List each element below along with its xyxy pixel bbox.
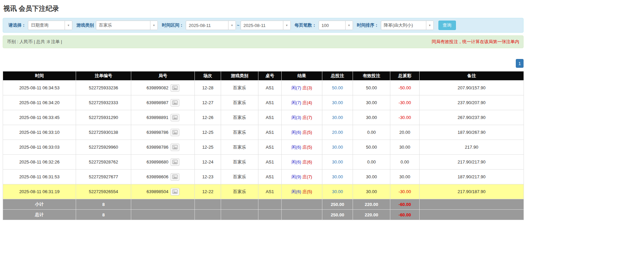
- payout-cell: -50.00: [390, 81, 420, 95]
- note-cell: 237.90/207.90: [420, 95, 524, 110]
- valid-bet-cell: 0.00: [353, 125, 390, 140]
- table-no-cell: AS1: [258, 125, 282, 140]
- total-bet-cell: 20.00: [322, 125, 353, 140]
- video-replay-button[interactable]: [171, 114, 179, 121]
- round-cell: 639898606: [131, 170, 195, 184]
- total-bet-link[interactable]: 30.00: [332, 189, 343, 194]
- round-cell: 639898987: [131, 95, 195, 110]
- video-replay-button[interactable]: [171, 158, 179, 166]
- table-no-cell: AS1: [258, 140, 282, 155]
- search-button[interactable]: 查询: [438, 21, 456, 30]
- video-replay-button[interactable]: [171, 173, 179, 181]
- page: 视讯 会员下注纪录 请选择： 日期查询 ▼ 游戏类别 百家乐 ▼ 时间区间： 2…: [0, 0, 526, 220]
- video-replay-button[interactable]: [171, 188, 179, 195]
- bet-records-table: 时间注单编号局号场次游戏类别桌号结果总投注有效投注总派彩备注 2025-08-1…: [3, 71, 524, 220]
- player-result: 闲(6): [291, 130, 301, 135]
- session-cell: 12-22: [195, 184, 221, 199]
- chevron-down-icon[interactable]: ▼: [283, 21, 290, 30]
- column-header: 时间: [3, 71, 76, 81]
- game-type-dropdown[interactable]: 百家乐 ▼: [96, 21, 158, 30]
- date-to-value: 2025-08-11: [241, 21, 283, 30]
- sort-order-dropdown[interactable]: 降幂(由大到小) ▼: [381, 21, 434, 30]
- query-type-value: 日期查询: [28, 21, 65, 30]
- banker-result: 庄(5): [302, 145, 312, 150]
- total-bet-link[interactable]: 30.00: [332, 115, 343, 120]
- time-cell: 2025-08-11 06:33:45: [3, 110, 76, 125]
- footer-empty-cell: [195, 199, 221, 210]
- table-header-row: 时间注单编号局号场次游戏类别桌号结果总投注有效投注总派彩备注: [3, 71, 524, 81]
- round-id: 639898891: [146, 115, 168, 120]
- bet-id-cell: 522725926554: [76, 184, 131, 199]
- chevron-down-icon[interactable]: ▼: [345, 21, 353, 30]
- footer-payout-cell: -60.00: [390, 199, 420, 210]
- total-bet-link[interactable]: 20.00: [332, 130, 343, 135]
- video-record-icon: [172, 130, 178, 134]
- round-id: 639898786: [146, 145, 168, 150]
- time-cell: 2025-08-11 06:32:26: [3, 155, 76, 170]
- note-cell: 207.90/157.90: [420, 81, 524, 95]
- total-bet-cell: 30.00: [322, 140, 353, 155]
- round-id: 639898504: [146, 189, 168, 194]
- table-no-cell: AS1: [258, 95, 282, 110]
- page-title: 视讯 会员下注纪录: [3, 4, 524, 13]
- column-header: 场次: [195, 71, 221, 81]
- per-page-value: 100: [319, 21, 345, 30]
- session-cell: 12-28: [195, 81, 221, 95]
- result-cell: 闲(9) 庄(7): [282, 170, 322, 184]
- total-bet-link[interactable]: 30.00: [332, 100, 343, 105]
- total-bet-link[interactable]: 50.00: [332, 85, 343, 90]
- round-wrap: 639898987: [146, 99, 179, 107]
- column-header: 桌号: [258, 71, 282, 81]
- valid-bet-cell: 30.00: [353, 110, 390, 125]
- player-result: 闲(6): [291, 189, 301, 194]
- chevron-down-icon[interactable]: ▼: [150, 21, 157, 30]
- total-bet-link[interactable]: 30.00: [332, 159, 343, 164]
- result-cell: 闲(7) 庄(4): [282, 95, 322, 110]
- query-type-dropdown[interactable]: 日期查询 ▼: [28, 21, 72, 30]
- table-no-cell: AS1: [258, 81, 282, 95]
- total-bet-link[interactable]: 30.00: [332, 174, 343, 179]
- total-bet-cell: 50.00: [322, 81, 353, 95]
- game-type-cell: 百家乐: [221, 81, 258, 95]
- footer-note-cell: [420, 199, 524, 210]
- video-replay-button[interactable]: [171, 99, 179, 107]
- date-from-dropdown[interactable]: 2025-08-11 ▼: [186, 21, 236, 30]
- column-header: 备注: [420, 71, 524, 81]
- table-row: 2025-08-11 06:32:26522725928762639898680…: [3, 155, 524, 170]
- game-type-cell: 百家乐: [221, 95, 258, 110]
- per-page-dropdown[interactable]: 100 ▼: [319, 21, 353, 30]
- table-no-cell: AS1: [258, 170, 282, 184]
- chevron-down-icon[interactable]: ▼: [426, 21, 433, 30]
- banker-result: 庄(5): [302, 189, 312, 194]
- notice-text: 同局有效投注，统一计算在该局第一张注单内: [432, 39, 519, 45]
- video-replay-button[interactable]: [171, 84, 179, 92]
- pagination: 1: [3, 59, 524, 68]
- video-replay-button[interactable]: [171, 129, 179, 136]
- footer-empty-cell: [221, 199, 258, 210]
- valid-bet-cell: 30.00: [353, 170, 390, 184]
- footer-empty-cell: [258, 199, 282, 210]
- video-record-icon: [172, 145, 178, 149]
- chevron-down-icon[interactable]: ▼: [65, 21, 72, 30]
- banker-result: 庄(6): [302, 159, 312, 164]
- footer-count-cell: 8: [76, 210, 131, 220]
- video-replay-button[interactable]: [171, 144, 179, 151]
- footer-label-cell: 小计: [3, 199, 76, 210]
- per-page-label: 每页笔数：: [295, 22, 317, 28]
- note-cell: 267.90/237.90: [420, 110, 524, 125]
- total-bet-link[interactable]: 30.00: [332, 145, 343, 150]
- page-1-button[interactable]: 1: [516, 59, 524, 68]
- footer-empty-cell: [221, 210, 258, 220]
- round-id: 639898786: [146, 130, 168, 135]
- chevron-down-icon[interactable]: ▼: [228, 21, 236, 30]
- time-cell: 2025-08-11 06:31:19: [3, 184, 76, 199]
- session-cell: 12-26: [195, 110, 221, 125]
- note-cell: 187.90/267.90: [420, 125, 524, 140]
- bet-id-cell: 522725932333: [76, 95, 131, 110]
- footer-valid-bet-cell: 220.00: [353, 210, 390, 220]
- filter-bar: 请选择： 日期查询 ▼ 游戏类别 百家乐 ▼ 时间区间： 2025-08-11 …: [3, 18, 524, 33]
- column-header: 结果: [282, 71, 322, 81]
- payout-cell: -30.00: [390, 95, 420, 110]
- date-to-dropdown[interactable]: 2025-08-11 ▼: [241, 21, 291, 30]
- table-row: 2025-08-11 06:34:20522725932333639898987…: [3, 95, 524, 110]
